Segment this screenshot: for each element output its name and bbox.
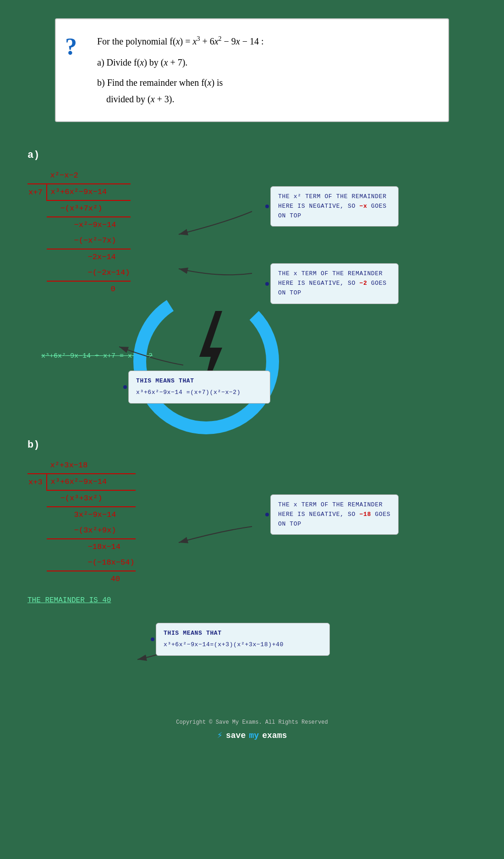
step1-sub-a: −(x³+7x²) bbox=[47, 200, 131, 217]
step1-sub-b: −(x³+3x²) bbox=[47, 490, 136, 507]
question-part-a: a) Divide f(x) by (x + 7). bbox=[97, 54, 430, 71]
long-div-table-b: x²+3x−18 x+3 x³+6x²−9x−14 −(x³+3x²) 3x²−… bbox=[27, 458, 136, 587]
quotient-row-a: x²−x−2 bbox=[27, 168, 131, 184]
quotient-cell-a: x²−x−2 bbox=[47, 168, 131, 184]
question-box: ? For the polynomial f(x) = x3 + 6x2 − 9… bbox=[55, 18, 449, 122]
quotient-row-b: x²+3x−18 bbox=[27, 458, 136, 474]
step1-rem-a: −x²−9x−14 bbox=[47, 217, 131, 233]
remainder-text: THE REMAINDER IS 40 bbox=[27, 596, 477, 604]
dividend-row-a: x+7 x³+6x²−9x−14 bbox=[27, 184, 131, 200]
callout-a3-title: THIS MEANS THAT bbox=[136, 377, 263, 386]
quotient-b: x²+3x−18 bbox=[50, 461, 88, 470]
part-a-label: a) bbox=[27, 150, 477, 161]
question-text: For the polynomial f(x) = x3 + 6x2 − 9x … bbox=[97, 33, 430, 107]
divisor-b: x+3 bbox=[27, 474, 47, 490]
footer-copyright: Copyright © Save My Exams. All Rights Re… bbox=[9, 719, 495, 726]
part-b-long-div: x²+3x−18 x+3 x³+6x²−9x−14 −(x³+3x²) 3x²−… bbox=[27, 458, 477, 587]
step2-rem-a: −2x−14 bbox=[47, 249, 131, 265]
part-a-long-div: x²−x−2 x+7 x³+6x²−9x−14 −(x³+7x²) −x²−9x… bbox=[27, 168, 477, 297]
callout-dot-a3 bbox=[123, 385, 127, 389]
footer-brand: ⚡ save my exams bbox=[9, 729, 495, 741]
part-b-section: x²+3x−18 x+3 x³+6x²−9x−14 −(x³+3x²) 3x²−… bbox=[27, 458, 477, 692]
decorative-area: x³+6x²−9x−14 ÷ x+7 = x²−x−2 THIS MEANS T… bbox=[27, 302, 477, 430]
step2-sub-b: −(3x²+9x) bbox=[47, 523, 136, 539]
question-mark-icon: ? bbox=[65, 33, 77, 60]
long-div-table-a: x²−x−2 x+7 x³+6x²−9x−14 −(x³+7x²) −x²−9x… bbox=[27, 168, 131, 297]
result-b: 40 bbox=[47, 571, 136, 587]
result-row-b: 40 bbox=[27, 571, 136, 587]
step2-rem-row-b: −18x−14 bbox=[27, 539, 136, 555]
step1-rem-row-a: −x²−9x−14 bbox=[27, 217, 131, 233]
step3-sub-row-b: −(−18x−54) bbox=[27, 555, 136, 571]
step2-sub-a: −(−x²−7x) bbox=[47, 233, 131, 249]
lightning-brand-icon: ⚡ bbox=[217, 730, 223, 741]
main-content: a) x²−x−2 x+7 x³+6x²−9x−14 bbox=[0, 140, 504, 710]
divisor-spacer-a bbox=[27, 168, 47, 184]
callout-a3: THIS MEANS THAT x³+6x²−9x−14 =(x+7)(x²−x… bbox=[128, 371, 270, 404]
question-part-b: b) Find the remainder when f(x) is divid… bbox=[97, 74, 430, 107]
brand-my: my bbox=[249, 731, 259, 740]
callout-a3-eq: x³+6x²−9x−14 =(x+7)(x²−x−2) bbox=[136, 388, 263, 398]
step3-sub-b: −(−18x−54) bbox=[47, 555, 136, 571]
dividend-a: x³+6x²−9x−14 bbox=[47, 184, 131, 200]
part-b-conclusion-area: THIS MEANS THAT x³+6x²−9x−14=(x+3)(x²+3x… bbox=[27, 609, 477, 692]
callouts-b: THE x TERM OF THE REMAINDER HERE IS NEGA… bbox=[270, 494, 399, 535]
callout-b2-title: THIS MEANS THAT bbox=[164, 629, 322, 638]
question-intro: For the polynomial f(x) = x3 + 6x2 − 9x … bbox=[97, 33, 430, 50]
step1-sub-row-b: −(x³+3x²) bbox=[27, 490, 136, 507]
part-b-label: b) bbox=[27, 439, 477, 451]
callouts-a: THE x² TERM OF THE REMAINDER HERE IS NEG… bbox=[270, 186, 399, 304]
result-a: 0 bbox=[47, 281, 131, 297]
step2-sub-row-a: −(−x²−7x) bbox=[27, 233, 131, 249]
brand-save: save bbox=[226, 731, 246, 740]
brand-exams: exams bbox=[262, 731, 287, 740]
callout-a2: THE x TERM OF THE REMAINDER HERE IS NEGA… bbox=[270, 263, 399, 304]
divisor-a: x+7 bbox=[27, 184, 47, 200]
step3-sub-row-a: −(−2x−14) bbox=[27, 265, 131, 281]
quotient-a: x²−x−2 bbox=[50, 171, 78, 180]
step3-sub-a: −(−2x−14) bbox=[47, 265, 131, 281]
part-a-section: x²−x−2 x+7 x³+6x²−9x−14 −(x³+7x²) −x²−9x… bbox=[27, 168, 477, 430]
step1-sub-row-a: −(x³+7x²) bbox=[27, 200, 131, 217]
callout-b2-eq: x³+6x²−9x−14=(x+3)(x²+3x−18)+40 bbox=[164, 640, 322, 650]
callout-b1: THE x TERM OF THE REMAINDER HERE IS NEGA… bbox=[270, 494, 399, 535]
callout-a1: THE x² TERM OF THE REMAINDER HERE IS NEG… bbox=[270, 186, 399, 227]
dividend-b: x³+6x²−9x−14 bbox=[47, 474, 136, 490]
result-row-a: 0 bbox=[27, 281, 131, 297]
step2-rem-b: −18x−14 bbox=[47, 539, 136, 555]
callout-dot-a1 bbox=[265, 205, 269, 208]
divisor-spacer-b bbox=[27, 458, 47, 474]
quotient-cell-b: x²+3x−18 bbox=[47, 458, 136, 474]
step1-rem-b: 3x²−9x−14 bbox=[47, 507, 136, 523]
dividend-row-b: x+3 x³+6x²−9x−14 bbox=[27, 474, 136, 490]
step1-rem-row-b: 3x²−9x−14 bbox=[27, 507, 136, 523]
callout-dot-b1 bbox=[265, 513, 269, 516]
callout-b2: THIS MEANS THAT x³+6x²−9x−14=(x+3)(x²+3x… bbox=[156, 623, 330, 656]
step2-rem-row-a: −2x−14 bbox=[27, 249, 131, 265]
footer: Copyright © Save My Exams. All Rights Re… bbox=[0, 710, 504, 750]
step2-sub-row-b: −(3x²+9x) bbox=[27, 523, 136, 539]
callout-dot-b2 bbox=[151, 637, 154, 641]
